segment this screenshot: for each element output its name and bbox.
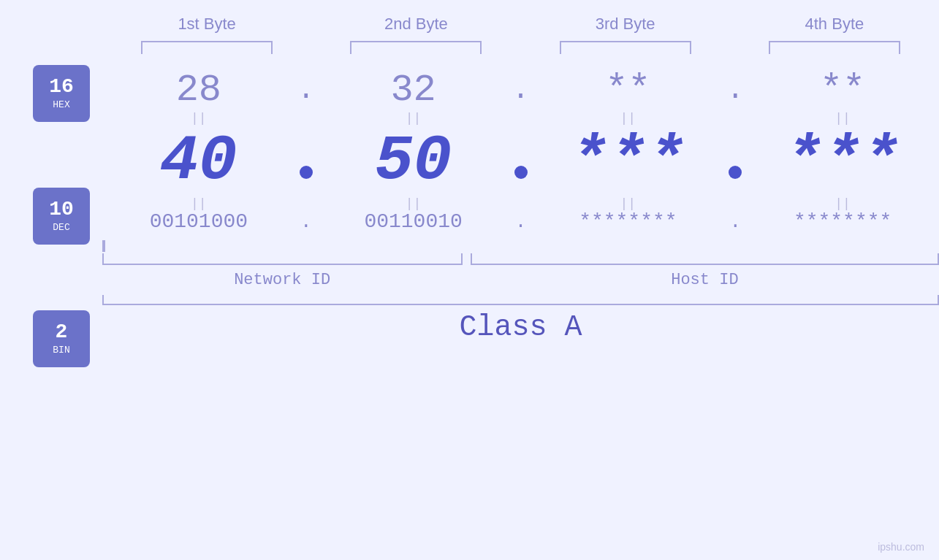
top-bracket-row xyxy=(0,41,939,54)
bin-val-4: ******** xyxy=(794,210,892,233)
dec-base-label: DEC xyxy=(53,222,69,233)
main-container: 1st Byte 2nd Byte 3rd Byte 4th Byte 16 H… xyxy=(0,0,939,560)
host-id-label: Host ID xyxy=(471,271,939,289)
hex-base-label: HEX xyxy=(53,99,69,110)
bracket-cell-4 xyxy=(730,41,939,54)
dot-2: . xyxy=(510,74,532,107)
bin-row: 00101000 . 00110010 . ******** . *******… xyxy=(102,210,939,237)
top-bracket-4 xyxy=(769,41,900,54)
eq2-1: || xyxy=(102,197,295,210)
byte-label-2: 2nd Byte xyxy=(311,15,520,34)
dec-base-number: 10 xyxy=(49,199,74,220)
byte-labels-row: 1st Byte 2nd Byte 3rd Byte 4th Byte xyxy=(0,15,939,34)
bin-val-2: 00110010 xyxy=(364,210,462,233)
top-bracket-2 xyxy=(350,41,482,54)
dec-row: 40 50 *** *** xyxy=(102,125,939,197)
bin-base-button[interactable]: 2 BIN xyxy=(33,310,90,367)
byte-label-4: 4th Byte xyxy=(730,15,939,34)
dec-dot-1 xyxy=(295,140,317,183)
class-label: Class A xyxy=(102,311,939,344)
eq2-4: || xyxy=(746,197,939,210)
dot-3: . xyxy=(724,74,746,107)
dec-dot-2 xyxy=(510,140,532,183)
id-label-gap xyxy=(462,271,470,289)
eq2-2: || xyxy=(317,197,510,210)
hex-val-4: ** xyxy=(820,69,865,112)
network-bracket-container xyxy=(102,240,105,252)
dec-val-2: 50 xyxy=(375,125,452,197)
top-bracket-3 xyxy=(560,41,691,54)
hex-row: 28 . 32 . ** . ** xyxy=(102,65,939,112)
id-labels-row: Network ID Host ID xyxy=(102,271,939,289)
bin-base-label: BIN xyxy=(53,345,69,356)
equals-row-2: || || || || xyxy=(102,197,939,210)
hex-base-button[interactable]: 16 HEX xyxy=(33,65,90,122)
dot-1: . xyxy=(295,74,317,107)
bin-val-1: 00101000 xyxy=(150,210,248,233)
equals-row-1: || || || || xyxy=(102,112,939,125)
eq-3: || xyxy=(532,112,725,125)
dec-val-4: *** xyxy=(785,125,900,197)
eq-1: || xyxy=(102,112,295,125)
byte-label-1: 1st Byte xyxy=(102,15,311,34)
bin-dot-1: . xyxy=(295,211,317,233)
class-bracket xyxy=(102,295,939,305)
hex-val-1: 28 xyxy=(176,69,221,112)
top-bracket-1 xyxy=(141,41,273,54)
bin-val-3: ******** xyxy=(579,210,677,233)
bottom-bracket-row xyxy=(102,240,939,252)
host-id-bracket xyxy=(471,253,939,265)
eq-4: || xyxy=(746,112,939,125)
bin-base-number: 2 xyxy=(56,322,68,342)
bin-dot-2: . xyxy=(510,211,532,233)
byte-label-3: 3rd Byte xyxy=(521,15,730,34)
bracket-cell-1 xyxy=(102,41,311,54)
network-id-bracket xyxy=(102,253,463,265)
dec-dot-3 xyxy=(724,140,746,183)
bottom-brackets-section xyxy=(102,253,939,265)
network-id-label: Network ID xyxy=(102,271,462,289)
eq-2: || xyxy=(317,112,510,125)
class-section: Class A xyxy=(102,295,939,344)
hex-val-3: ** xyxy=(605,69,650,112)
bracket-cell-3 xyxy=(521,41,730,54)
dec-base-button[interactable]: 10 DEC xyxy=(33,188,90,245)
hex-base-number: 16 xyxy=(49,77,74,97)
eq2-3: || xyxy=(532,197,725,210)
watermark: ipshu.com xyxy=(878,541,924,553)
bracket-cell-2 xyxy=(311,41,520,54)
base-buttons: 16 HEX 10 DEC 2 BIN xyxy=(0,65,102,367)
hex-val-2: 32 xyxy=(390,69,436,112)
network-bracket xyxy=(102,240,105,252)
bin-dot-3: . xyxy=(724,211,746,233)
dec-val-3: *** xyxy=(570,125,685,197)
dec-val-1: 40 xyxy=(160,125,237,197)
